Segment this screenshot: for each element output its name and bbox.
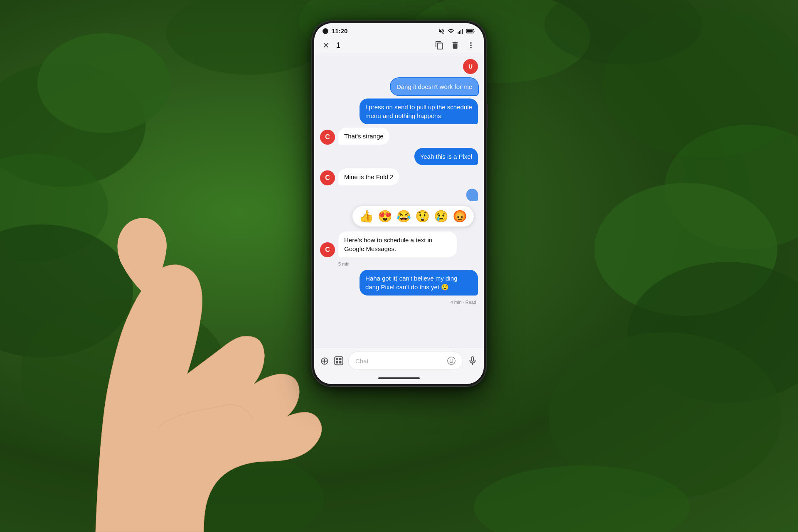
message-row: C That's strange: [320, 128, 478, 145]
svg-rect-16: [458, 32, 458, 34]
svg-rect-26: [339, 361, 341, 363]
more-icon[interactable]: [466, 41, 475, 50]
message-row: Dang it doesn't work for me: [320, 78, 478, 95]
status-time: 11:20: [332, 27, 347, 34]
emoji-reaction-bar[interactable]: 👍 😍 😂 😲 😢 😡: [352, 206, 474, 227]
svg-rect-24: [339, 358, 341, 360]
phone-screen: 11:20: [314, 23, 484, 384]
svg-point-28: [450, 360, 451, 360]
message-bubble[interactable]: Haha got it( can't believe my ding dang …: [360, 270, 478, 296]
message-bubble[interactable]: Dang it doesn't work for me: [391, 78, 478, 95]
svg-point-27: [448, 357, 455, 365]
contact-avatar: C: [320, 170, 335, 185]
message-row: I press on send to pull up the schedule …: [320, 99, 478, 124]
copy-icon[interactable]: [435, 41, 444, 50]
action-bar: ✕ 1: [314, 37, 484, 54]
home-indicator: [314, 374, 484, 384]
gallery-icon[interactable]: [333, 355, 344, 366]
close-button[interactable]: ✕: [323, 40, 330, 50]
angry-emoji[interactable]: 😡: [453, 209, 467, 223]
message-meta: 5 min: [320, 261, 478, 266]
svg-rect-25: [336, 361, 338, 363]
message-bubble[interactable]: Here's how to schedule a text in Google …: [338, 232, 457, 257]
message-bubble[interactable]: That's strange: [338, 128, 389, 145]
selection-count: 1: [336, 41, 340, 50]
svg-rect-21: [467, 30, 473, 32]
add-button[interactable]: ⊕: [320, 355, 329, 366]
svg-point-2: [37, 33, 170, 133]
emoji-button[interactable]: [447, 356, 456, 365]
thumbs-up-emoji[interactable]: 👍: [359, 209, 374, 223]
status-bar: 11:20: [314, 23, 484, 37]
message-row: C Here's how to schedule a text in Googl…: [320, 232, 478, 257]
wifi-icon: [447, 28, 455, 34]
svg-rect-18: [461, 30, 461, 34]
messages-area[interactable]: U Dang it doesn't work for me I press on…: [314, 54, 484, 347]
mic-button[interactable]: [467, 355, 478, 366]
chat-placeholder: Chat: [355, 357, 369, 365]
message-row: C Mine is the Fold 2: [320, 168, 478, 185]
partial-bubble-row: [320, 189, 478, 201]
surprised-emoji[interactable]: 😲: [415, 209, 430, 223]
top-avatar-row: U: [320, 59, 478, 74]
message-bubble[interactable]: Yeah this is a Pixel: [414, 148, 478, 165]
svg-rect-17: [459, 31, 460, 34]
message-bubble[interactable]: I press on send to pull up the schedule …: [360, 99, 478, 124]
svg-point-29: [452, 360, 453, 360]
input-bar: ⊕ Chat: [314, 347, 484, 374]
status-icons: [438, 28, 475, 34]
camera-hole: [323, 28, 328, 34]
svg-rect-19: [462, 29, 463, 34]
message-row: Haha got it( can't believe my ding dang …: [320, 270, 478, 296]
mute-icon: [438, 28, 445, 34]
laughing-emoji[interactable]: 😂: [397, 209, 411, 223]
message-meta: 4 min · Read: [320, 300, 478, 305]
reaction-bar-row[interactable]: 👍 😍 😂 😲 😢 😡: [320, 204, 474, 228]
svg-rect-22: [335, 357, 343, 365]
signal-icon: [457, 28, 464, 34]
user-avatar: U: [463, 59, 478, 74]
home-bar: [378, 377, 420, 379]
battery-icon: [466, 28, 475, 34]
chat-input-field[interactable]: Chat: [348, 352, 463, 370]
partial-message-bubble: [466, 189, 478, 201]
delete-icon[interactable]: [451, 41, 460, 50]
heart-eyes-emoji[interactable]: 😍: [378, 209, 392, 223]
contact-avatar: C: [320, 130, 335, 145]
message-row: Yeah this is a Pixel: [320, 148, 478, 165]
status-left: 11:20: [323, 27, 347, 34]
contact-avatar: C: [320, 242, 335, 257]
message-bubble[interactable]: Mine is the Fold 2: [338, 168, 399, 185]
phone-wrapper: 11:20: [312, 21, 486, 387]
sad-emoji[interactable]: 😢: [434, 209, 448, 223]
phone-outer: 11:20: [312, 21, 486, 387]
svg-rect-23: [336, 358, 338, 360]
